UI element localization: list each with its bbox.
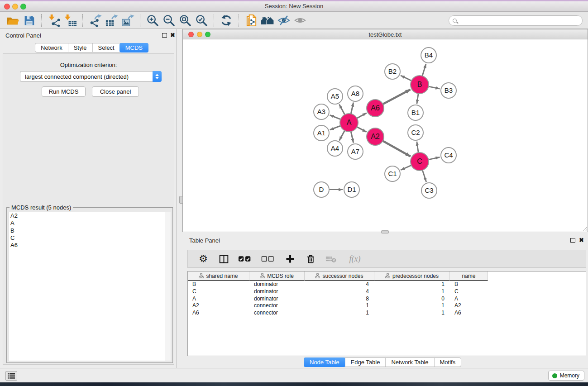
table-cell: 1 bbox=[305, 310, 374, 317]
table-close-panel-icon[interactable]: ✖ bbox=[579, 238, 584, 243]
zoom-out-button[interactable] bbox=[161, 13, 177, 28]
table-settings-button[interactable]: ⚙ bbox=[197, 253, 210, 265]
duplicate-network-button[interactable] bbox=[243, 13, 259, 28]
column-header-name[interactable]: name bbox=[450, 272, 488, 281]
graph-node-B[interactable]: B bbox=[411, 76, 429, 94]
table-float-panel-icon[interactable] bbox=[570, 238, 575, 243]
import-table-icon bbox=[64, 14, 77, 27]
svg-text:A1: A1 bbox=[317, 129, 325, 137]
function-builder-button[interactable]: f(x) bbox=[345, 253, 365, 265]
graph-node-A8[interactable]: A8 bbox=[348, 86, 363, 101]
result-scrollbar[interactable] bbox=[165, 212, 171, 361]
graph-node-C2[interactable]: C2 bbox=[408, 125, 423, 140]
tab-motifs[interactable]: Motifs bbox=[434, 358, 461, 367]
graph-node-A3[interactable]: A3 bbox=[314, 104, 329, 119]
zoom-selected-button[interactable] bbox=[193, 13, 210, 28]
column-header-mcds-role[interactable]: MCDS role bbox=[249, 272, 305, 281]
result-item-a[interactable]: A bbox=[9, 219, 171, 227]
table-row[interactable]: Cdominator41C bbox=[188, 288, 586, 295]
export-network-icon bbox=[89, 14, 102, 27]
close-panel-button[interactable]: Close panel bbox=[92, 86, 139, 97]
graph-node-A1[interactable]: A1 bbox=[314, 125, 329, 141]
graph-node-C4[interactable]: C4 bbox=[441, 148, 456, 163]
export-table-icon bbox=[105, 14, 118, 27]
result-item-a6[interactable]: A6 bbox=[9, 242, 171, 249]
graph-node-B1[interactable]: B1 bbox=[408, 105, 423, 120]
column-header-successor-nodes[interactable]: successor nodes bbox=[305, 272, 374, 281]
search-box[interactable] bbox=[449, 15, 583, 26]
show-column-button[interactable] bbox=[217, 253, 230, 265]
graph-node-C3[interactable]: C3 bbox=[421, 183, 437, 198]
task-history-button[interactable] bbox=[5, 371, 17, 381]
refresh-layout-button[interactable] bbox=[218, 13, 234, 28]
table-row[interactable]: A2connector11A2 bbox=[188, 302, 586, 310]
criterion-dropdown[interactable]: largest connected component (directed) bbox=[20, 71, 162, 82]
export-network-button[interactable] bbox=[87, 13, 103, 28]
unchecked-boxes-icon bbox=[261, 256, 276, 262]
graph-node-D1[interactable]: D1 bbox=[344, 182, 359, 197]
open-session-button[interactable] bbox=[5, 13, 21, 28]
horizontal-splitter-handle[interactable] bbox=[381, 230, 389, 234]
tab-node-table[interactable]: Node Table bbox=[304, 357, 345, 367]
graph-node-A7[interactable]: A7 bbox=[348, 144, 363, 159]
close-panel-icon[interactable]: ✖ bbox=[170, 33, 175, 38]
graph-node-A2[interactable]: A2 bbox=[367, 128, 384, 145]
toolbar-separator bbox=[140, 14, 140, 27]
zoom-selected-icon bbox=[195, 14, 208, 27]
show-details-button[interactable] bbox=[292, 13, 308, 28]
result-item-c[interactable]: C bbox=[9, 234, 171, 242]
graph-node-A5[interactable]: A5 bbox=[327, 89, 343, 104]
tab-style[interactable]: Style bbox=[68, 43, 92, 52]
table-cell: dominator bbox=[249, 281, 305, 288]
unselect-all-columns-button[interactable] bbox=[261, 253, 276, 265]
svg-text:B1: B1 bbox=[411, 109, 420, 116]
svg-text:A3: A3 bbox=[317, 108, 325, 115]
graph-node-B3[interactable]: B3 bbox=[441, 83, 456, 98]
vertical-splitter-handle[interactable] bbox=[179, 196, 183, 204]
export-table-button[interactable] bbox=[103, 13, 120, 28]
eye-slash-icon bbox=[277, 14, 291, 27]
graph-node-B4[interactable]: B4 bbox=[421, 48, 436, 63]
graph-node-A4[interactable]: A4 bbox=[327, 141, 343, 156]
delete-table-button[interactable] bbox=[325, 253, 337, 265]
tab-network[interactable]: Network bbox=[35, 43, 68, 52]
resize-grip-icon[interactable] bbox=[581, 225, 587, 231]
memory-button[interactable]: Memory bbox=[548, 371, 584, 381]
tab-mcds[interactable]: MCDS bbox=[120, 43, 148, 52]
column-header-shared-name[interactable]: shared name bbox=[188, 272, 249, 281]
column-header-predecessor-nodes[interactable]: predecessor nodes bbox=[374, 272, 450, 281]
attribute-tree-icon bbox=[315, 273, 320, 278]
result-item-a2[interactable]: A2 bbox=[9, 212, 171, 219]
tab-select[interactable]: Select bbox=[92, 43, 120, 52]
export-image-button[interactable] bbox=[120, 13, 136, 28]
table-row[interactable]: Adominator80A bbox=[188, 295, 586, 303]
svg-text:A5: A5 bbox=[331, 92, 339, 100]
graph-node-D[interactable]: D bbox=[314, 182, 329, 197]
create-column-button[interactable] bbox=[284, 253, 296, 265]
delete-column-button[interactable] bbox=[304, 253, 317, 265]
float-panel-icon[interactable] bbox=[162, 33, 167, 38]
home-button[interactable] bbox=[259, 13, 276, 28]
network-canvas[interactable]: B4B2BB3A5A8A6B1A3AA1C2A2A4A7C4CC1C3DD1 bbox=[183, 40, 588, 232]
graph-node-A6[interactable]: A6 bbox=[367, 100, 384, 117]
graph-node-B2[interactable]: B2 bbox=[385, 64, 400, 79]
zoom-in-button[interactable] bbox=[144, 13, 161, 28]
graph-node-C[interactable]: C bbox=[411, 152, 429, 171]
search-input[interactable] bbox=[459, 16, 578, 24]
tab-network-table[interactable]: Network Table bbox=[385, 358, 434, 367]
import-network-button[interactable] bbox=[46, 13, 62, 28]
graph-node-C1[interactable]: C1 bbox=[385, 166, 400, 181]
select-all-columns-button[interactable] bbox=[238, 253, 253, 265]
hide-details-button[interactable] bbox=[276, 13, 292, 28]
toolbar-separator bbox=[214, 14, 214, 27]
table-row[interactable]: Bdominator41B bbox=[188, 281, 586, 288]
tab-edge-table[interactable]: Edge Table bbox=[345, 358, 386, 367]
save-session-button[interactable] bbox=[21, 13, 37, 28]
table-row[interactable]: A6connector11A6 bbox=[188, 310, 586, 317]
graph-node-A[interactable]: A bbox=[340, 114, 358, 132]
table-cell: 0 bbox=[374, 295, 450, 303]
import-table-button[interactable] bbox=[62, 13, 78, 28]
run-mcds-button[interactable]: Run MCDS bbox=[42, 86, 86, 97]
zoom-fit-button[interactable] bbox=[177, 13, 193, 28]
result-item-b[interactable]: B bbox=[9, 227, 171, 234]
